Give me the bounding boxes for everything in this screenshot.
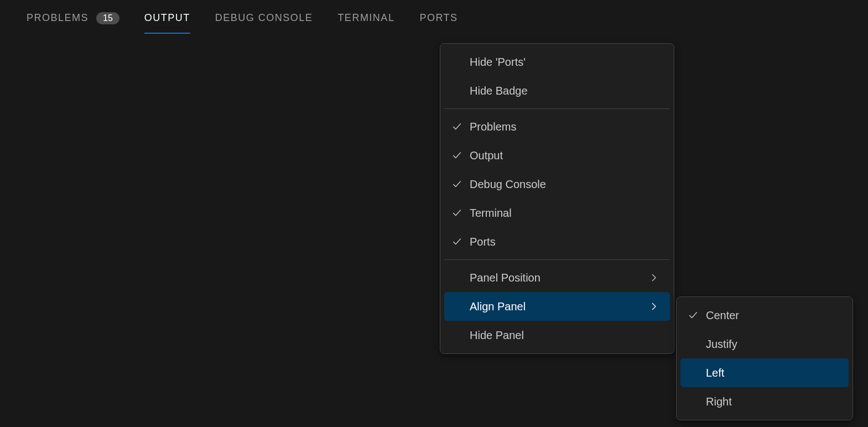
- menu-toggle-output[interactable]: Output: [444, 141, 670, 170]
- tab-problems[interactable]: PROBLEMS 15: [27, 0, 119, 36]
- tab-ports[interactable]: PORTS: [419, 0, 458, 36]
- menu-toggle-output-label: Output: [470, 149, 503, 162]
- tab-output-label: OUTPUT: [144, 12, 190, 24]
- submenu-center-label: Center: [706, 309, 739, 322]
- tab-terminal-label: TERMINAL: [337, 12, 394, 24]
- menu-hide-badge[interactable]: Hide Badge: [444, 76, 670, 105]
- menu-hide-badge-label: Hide Badge: [470, 85, 528, 97]
- submenu-right-label: Right: [706, 395, 732, 408]
- menu-panel-position[interactable]: Panel Position: [444, 263, 670, 292]
- panel-tab-bar: PROBLEMS 15 OUTPUT DEBUG CONSOLE TERMINA…: [0, 0, 868, 36]
- submenu-left-label: Left: [706, 367, 724, 379]
- menu-hide-panel[interactable]: Hide Panel: [444, 321, 670, 350]
- menu-hide-ports[interactable]: Hide 'Ports': [444, 48, 670, 76]
- submenu-justify-label: Justify: [706, 338, 737, 351]
- align-panel-submenu: Center Justify Left Right: [676, 296, 853, 420]
- menu-separator: [444, 259, 670, 260]
- menu-align-panel[interactable]: Align Panel: [444, 292, 670, 321]
- problems-count-badge: 15: [96, 12, 119, 24]
- menu-toggle-problems[interactable]: Problems: [444, 112, 670, 141]
- menu-toggle-terminal[interactable]: Terminal: [444, 199, 670, 227]
- tab-debug-console-label: DEBUG CONSOLE: [215, 12, 313, 24]
- menu-panel-position-label: Panel Position: [470, 272, 540, 284]
- menu-hide-panel-label: Hide Panel: [470, 329, 524, 342]
- check-icon: [451, 236, 463, 248]
- tab-ports-label: PORTS: [419, 12, 458, 24]
- check-icon: [451, 178, 463, 190]
- tab-debug-console[interactable]: DEBUG CONSOLE: [215, 0, 313, 36]
- chevron-right-icon: [648, 272, 660, 284]
- chevron-right-icon: [648, 300, 660, 313]
- menu-toggle-terminal-label: Terminal: [470, 207, 512, 220]
- menu-separator: [444, 108, 670, 109]
- menu-toggle-ports-label: Ports: [470, 236, 496, 248]
- check-icon: [451, 207, 463, 219]
- menu-toggle-ports[interactable]: Ports: [444, 227, 670, 256]
- submenu-center[interactable]: Center: [680, 301, 849, 330]
- menu-align-panel-label: Align Panel: [470, 300, 526, 313]
- submenu-left[interactable]: Left: [680, 358, 849, 387]
- check-icon: [687, 309, 699, 321]
- check-icon: [451, 149, 463, 162]
- menu-hide-ports-label: Hide 'Ports': [470, 56, 526, 69]
- menu-toggle-problems-label: Problems: [470, 121, 516, 133]
- panel-context-menu: Hide 'Ports' Hide Badge Problems Output …: [440, 43, 674, 354]
- submenu-right[interactable]: Right: [680, 387, 849, 416]
- menu-toggle-debug-console[interactable]: Debug Console: [444, 170, 670, 199]
- submenu-justify[interactable]: Justify: [680, 330, 849, 358]
- tab-terminal[interactable]: TERMINAL: [337, 0, 394, 36]
- menu-toggle-debug-console-label: Debug Console: [470, 178, 546, 191]
- tab-output[interactable]: OUTPUT: [144, 0, 190, 36]
- tab-problems-label: PROBLEMS: [27, 12, 89, 24]
- check-icon: [451, 121, 463, 133]
